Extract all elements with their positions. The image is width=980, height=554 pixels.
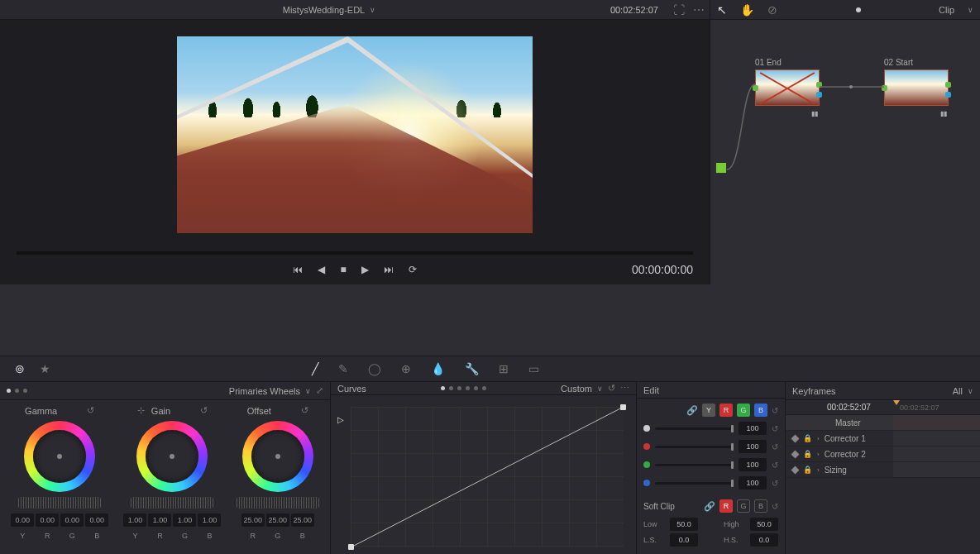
softclip-reset-icon[interactable]: ↺ (772, 502, 778, 511)
wheel-value[interactable]: 0.00 (36, 513, 59, 527)
wheel-value[interactable]: 0.00 (60, 513, 84, 527)
wheel-jog[interactable] (237, 497, 319, 509)
color-wheel[interactable] (242, 421, 313, 492)
wheels-expand-icon[interactable]: ⤢ (316, 385, 323, 396)
channel-r-button[interactable]: R (719, 404, 733, 417)
key-tool-icon[interactable]: 🔧 (465, 362, 479, 375)
keyframes-sizing-row[interactable]: 🔒 › Sizing (786, 462, 980, 478)
wheel-jog[interactable] (18, 497, 101, 509)
wheels-panel-title[interactable]: Primaries Wheels (229, 386, 300, 396)
softclip-ls-value[interactable]: 0.0 (670, 533, 698, 547)
kf-lock-icon[interactable]: 🔒 (803, 450, 812, 458)
kf-expand-icon[interactable]: › (817, 466, 820, 474)
disable-tool-icon[interactable]: ⊘ (767, 3, 777, 17)
pointer-tool-icon[interactable]: ↖ (717, 3, 727, 17)
keyframes-master-row[interactable]: Master (786, 415, 980, 431)
curve-point-white[interactable] (620, 404, 626, 410)
tracking-tool-icon[interactable]: ⊕ (401, 362, 411, 375)
intensity-y-reset[interactable]: ↺ (772, 424, 778, 433)
edit-reset-icon[interactable]: ↺ (772, 406, 778, 415)
channel-b-button[interactable]: B (754, 404, 767, 417)
node-mode-dropdown-icon[interactable]: ∨ (968, 6, 973, 14)
softclip-gang-icon[interactable]: 🔗 (704, 501, 715, 512)
title-dropdown-icon[interactable]: ∨ (370, 6, 375, 14)
node-mode-label[interactable]: Clip (939, 5, 954, 15)
wheel-reset-icon[interactable]: ↺ (301, 405, 308, 416)
softclip-hs-value[interactable]: 0.0 (750, 533, 778, 547)
kf-expand-icon[interactable]: › (817, 451, 820, 458)
node-02[interactable]: 02 Start ▮▮ (884, 58, 949, 106)
sizing-tool-icon[interactable]: ⊞ (499, 362, 509, 375)
transport-timecode[interactable]: 00:00:00:00 (632, 263, 693, 276)
wheel-value[interactable]: 1.00 (198, 513, 221, 527)
keyframes-corrector2-row[interactable]: 🔒 › Corrector 2 (786, 447, 980, 462)
step-back-button[interactable]: ◀ (318, 264, 325, 275)
color-wheels-tab-icon[interactable]: ⊚ (15, 362, 25, 375)
node-graph[interactable]: 01 End ▮▮ 02 Start ▮▮ (710, 20, 980, 284)
pan-tool-icon[interactable]: ✋ (740, 3, 754, 17)
keyframes-filter[interactable]: All (953, 386, 963, 396)
wheel-value[interactable]: 1.00 (123, 513, 146, 527)
picker-icon[interactable]: ⊹ (137, 405, 145, 416)
curve-point-black[interactable] (348, 544, 354, 550)
keyframes-filter-dropdown-icon[interactable]: ∨ (968, 387, 973, 395)
wheels-mode-dropdown-icon[interactable]: ∨ (305, 387, 311, 395)
kf-expand-icon[interactable]: › (817, 435, 820, 442)
wheel-value[interactable]: 0.00 (85, 513, 108, 527)
curves-options-icon[interactable]: ⋯ (620, 383, 629, 394)
softclip-r-button[interactable]: R (719, 499, 733, 513)
channel-y-button[interactable]: Y (702, 404, 715, 417)
go-end-button[interactable]: ⏭ (384, 264, 394, 275)
curves-tool-icon[interactable]: ╱ (312, 362, 318, 375)
wheels-page-dots[interactable] (7, 389, 27, 393)
color-wheel[interactable] (136, 421, 208, 492)
wheel-reset-icon[interactable]: ↺ (87, 405, 94, 416)
qualifier-tool-icon[interactable]: ✎ (338, 362, 348, 375)
kf-lock-icon[interactable]: 🔒 (803, 434, 812, 442)
intensity-b-slider[interactable] (655, 482, 734, 485)
curve-y-handle-icon[interactable]: ▷ (337, 415, 344, 424)
curves-graph[interactable] (351, 407, 624, 547)
kf-diamond-icon[interactable] (791, 434, 800, 442)
go-start-button[interactable]: ⏮ (293, 264, 303, 275)
intensity-r-slider[interactable] (655, 446, 734, 448)
window-tool-icon[interactable]: ◯ (368, 362, 381, 375)
channel-g-button[interactable]: G (737, 404, 750, 417)
wheel-value[interactable]: 25.00 (291, 513, 314, 527)
intensity-g-slider[interactable] (655, 464, 734, 466)
node-01-thumb[interactable] (755, 69, 820, 106)
wheel-jog[interactable] (131, 497, 213, 509)
keyframes-corrector1-row[interactable]: 🔒 › Corrector 1 (786, 431, 980, 447)
node-02-thumb[interactable] (884, 69, 949, 106)
intensity-y-slider[interactable] (655, 427, 734, 430)
favorites-tab-icon[interactable]: ★ (40, 362, 50, 375)
color-wheel[interactable] (24, 421, 95, 492)
softclip-g-button[interactable]: G (737, 499, 750, 513)
viewer-timecode[interactable]: 00:02:52:07 (610, 5, 658, 15)
wheel-value[interactable]: 0.00 (11, 513, 34, 527)
stereo-tool-icon[interactable]: ▭ (528, 362, 539, 375)
keyframes-ruler[interactable]: 00:02:52:07 00:02:52:07 (786, 400, 980, 415)
softclip-b-button[interactable]: B (754, 499, 767, 513)
curves-reset-icon[interactable]: ↺ (608, 383, 615, 394)
wheel-reset-icon[interactable]: ↺ (200, 405, 208, 416)
loop-button[interactable]: ⟳ (409, 264, 417, 275)
kf-lock-icon[interactable]: 🔒 (803, 466, 812, 474)
viewer-canvas[interactable] (0, 20, 710, 246)
intensity-b-reset[interactable]: ↺ (772, 479, 778, 488)
intensity-g-value[interactable]: 100 (739, 458, 767, 471)
curves-mode-dropdown-icon[interactable]: ∨ (597, 384, 603, 393)
intensity-y-value[interactable]: 100 (739, 422, 767, 435)
intensity-b-value[interactable]: 100 (739, 476, 767, 490)
wheel-value[interactable]: 25.00 (266, 513, 289, 527)
timeline-strip[interactable] (0, 284, 980, 356)
wheel-value[interactable]: 25.00 (241, 513, 265, 527)
kf-diamond-icon[interactable] (791, 466, 800, 474)
curves-mode[interactable]: Custom (561, 384, 592, 394)
intensity-g-reset[interactable]: ↺ (772, 461, 778, 470)
softclip-low-value[interactable]: 50.0 (670, 518, 698, 531)
wheel-value[interactable]: 1.00 (148, 513, 171, 527)
intensity-r-reset[interactable]: ↺ (772, 442, 778, 451)
play-button[interactable]: ▶ (361, 264, 369, 275)
gang-icon[interactable]: 🔗 (686, 405, 698, 416)
